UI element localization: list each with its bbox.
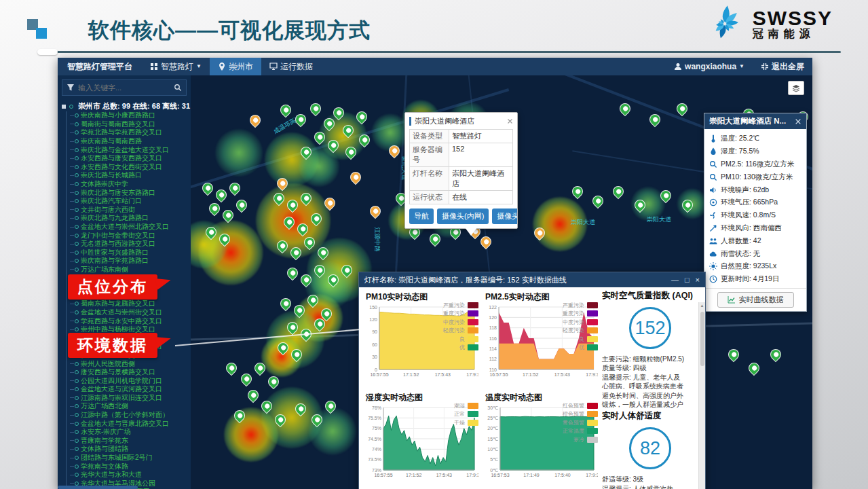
search-icon[interactable] <box>174 84 182 92</box>
sidebar-tree-item[interactable]: 金盆地大道与滨河路交叉口 <box>70 385 191 394</box>
online-marker-pin[interactable] <box>320 307 333 321</box>
online-marker-pin[interactable] <box>286 321 299 334</box>
nav-item-city[interactable]: 崇州市 <box>210 58 261 75</box>
online-marker-pin[interactable] <box>299 192 313 205</box>
sidebar-tree-item[interactable]: 晋康南与学苑东 <box>70 437 191 446</box>
online-marker-pin[interactable] <box>279 297 293 310</box>
online-marker-pin[interactable] <box>303 236 316 249</box>
nav-item-running-data[interactable]: 运行数据 <box>261 58 321 75</box>
exit-fullscreen-button[interactable]: 退出全屏 <box>753 61 812 73</box>
sidebar-tree-item[interactable]: 永安西路与唐安西路交叉口 <box>70 154 191 163</box>
sidebar-tree-item[interactable]: 蜀南东路与龙腾路交叉口 <box>70 300 191 308</box>
online-marker-pin[interactable] <box>235 198 248 212</box>
sidebar-tree-item[interactable]: 文井街与唐六西街 <box>70 206 191 215</box>
online-marker-pin[interactable] <box>727 348 740 361</box>
sidebar-tree-item[interactable]: 江源中路（第七小学斜对面） <box>70 411 191 420</box>
close-icon[interactable] <box>507 118 513 124</box>
online-marker-pin[interactable] <box>279 103 293 117</box>
offline-marker-pin[interactable] <box>349 170 362 184</box>
online-marker-pin[interactable] <box>228 181 242 195</box>
online-marker-pin[interactable] <box>233 409 246 422</box>
online-marker-pin[interactable] <box>267 375 280 388</box>
sidebar-tree-item[interactable]: 文体路崇庆中学 <box>70 180 191 189</box>
online-marker-pin[interactable] <box>276 239 289 253</box>
sidebar-tree-item[interactable]: 中胜世家与兴盛路路口 <box>70 249 191 257</box>
online-marker-pin[interactable] <box>747 361 761 375</box>
sidebar-tree-item[interactable]: 永安东-崇庆广场 <box>70 428 191 437</box>
online-marker-pin[interactable] <box>322 117 336 130</box>
offline-marker-pin[interactable] <box>533 226 546 240</box>
scrollbar[interactable]: ▲ ▼ <box>698 302 705 489</box>
sidebar-tree-item[interactable]: 公园大道四川机电学院门口 <box>70 376 191 385</box>
sidebar-tree-item[interactable]: 金盆地大道与崇州街交叉口 <box>70 308 191 317</box>
sidebar-tree-item[interactable]: 江源南路与崇双旧连交叉口 <box>70 394 191 403</box>
online-marker-pin[interactable] <box>214 188 228 202</box>
offline-marker-pin[interactable] <box>369 204 382 218</box>
online-marker-pin[interactable] <box>253 361 267 375</box>
offline-marker-pin[interactable] <box>479 235 493 249</box>
online-marker-pin[interactable] <box>296 222 309 236</box>
sidebar-tree-item[interactable]: 崇庆北路与长城路口 <box>70 171 191 180</box>
close-icon[interactable] <box>795 118 801 125</box>
sidebar-tree-item[interactable]: 崇庆南路与小康西路路口 <box>70 111 191 120</box>
online-marker-pin[interactable] <box>618 102 632 115</box>
online-marker-pin[interactable] <box>309 102 322 115</box>
camera-internal-button[interactable]: 摄像头(内网) <box>437 209 489 224</box>
online-marker-pin[interactable] <box>310 413 324 427</box>
online-marker-pin[interactable] <box>571 185 584 198</box>
sidebar-tree-item[interactable]: 唐安西路与景横路交叉口 <box>70 368 191 377</box>
sidebar-tree-item[interactable]: 无名道路与西游路交叉口 <box>70 240 191 249</box>
online-marker-pin[interactable] <box>355 110 369 124</box>
map-layers-button[interactable] <box>788 81 804 95</box>
sidebar-tree-item[interactable]: 崇庆北路与唐安东路路口 <box>70 188 191 197</box>
navigate-button[interactable]: 导航 <box>409 209 434 224</box>
online-marker-pin[interactable] <box>659 189 673 202</box>
minimize-button[interactable]: — <box>671 276 679 284</box>
online-marker-pin[interactable] <box>294 402 307 416</box>
online-marker-pin[interactable] <box>313 317 326 331</box>
online-marker-pin[interactable] <box>341 124 355 137</box>
sidebar-tree-item[interactable]: 万达广场东南侧 <box>70 266 191 274</box>
offline-marker-pin[interactable] <box>276 177 289 190</box>
online-marker-pin[interactable] <box>246 388 260 402</box>
online-marker-pin[interactable] <box>218 232 231 246</box>
online-marker-pin[interactable] <box>225 361 238 375</box>
sidebar-tree-item[interactable]: 崇庆南路与蜀南西路 <box>70 137 191 146</box>
camera-external-button[interactable]: 摄像头(外网) <box>492 209 517 224</box>
sidebar-tree-item[interactable]: 崇庆北路与金盆地大道交叉口 <box>70 145 191 154</box>
online-marker-pin[interactable] <box>340 264 354 277</box>
sidebar-tree-item[interactable]: 学苑南与文体路 <box>70 462 191 471</box>
sidebar-tree-item[interactable]: 光华大道与永和大道 <box>70 471 191 479</box>
realtime-curve-button[interactable]: 实时曲线数据 <box>717 292 794 308</box>
online-marker-pin[interactable] <box>286 266 299 280</box>
online-marker-pin[interactable] <box>201 181 214 195</box>
online-marker-pin[interactable] <box>299 273 313 287</box>
sidebar-tree-item[interactable]: 万达广场西北侧 <box>70 402 191 411</box>
online-marker-pin[interactable] <box>286 198 299 212</box>
sidebar-tree-item[interactable]: 学苑西路与永安中路交叉口 <box>70 316 191 325</box>
search-input[interactable] <box>78 84 170 92</box>
online-marker-pin[interactable] <box>221 209 235 222</box>
sidebar-tree-item[interactable]: 龙门中街与金带街交叉口 <box>70 231 191 240</box>
online-marker-pin[interactable] <box>272 192 286 205</box>
sidebar-tree-item[interactable]: 崇庆南路与学苑路路口 <box>70 257 191 266</box>
online-marker-pin[interactable] <box>326 139 340 152</box>
scrollbar-thumb[interactable] <box>700 312 704 366</box>
sidebar-tree-item[interactable]: 永安西路与文化西街交叉口 <box>70 163 191 172</box>
sidebar-tree-item[interactable]: 团结路与东城国际2号门 <box>70 454 191 463</box>
sidebar-tree-item[interactable]: 崇州人民医院西侧 <box>70 359 191 368</box>
online-marker-pin[interactable] <box>208 202 221 215</box>
online-marker-pin[interactable] <box>299 145 313 159</box>
online-marker-pin[interactable] <box>313 130 326 144</box>
online-marker-pin[interactable] <box>282 215 296 229</box>
scroll-up-icon[interactable]: ▲ <box>699 304 705 308</box>
tree-root-node[interactable]: 崇州市 总数: 99 在线: 68 离线: 31 <box>62 101 191 111</box>
online-marker-pin[interactable] <box>294 113 307 126</box>
sidebar-tree-item[interactable]: 金盆地大道与崇州北路交叉口 <box>70 223 191 232</box>
online-marker-pin[interactable] <box>326 273 340 287</box>
online-marker-pin[interactable] <box>324 399 337 413</box>
sidebar-tree-item[interactable]: 蜀南街与蜀南西路交叉口 <box>70 120 191 129</box>
online-marker-pin[interactable] <box>358 133 371 147</box>
online-marker-pin[interactable] <box>240 372 253 386</box>
sidebar-tree-item[interactable]: 光华大道与羊马湿地公园 <box>70 479 191 488</box>
